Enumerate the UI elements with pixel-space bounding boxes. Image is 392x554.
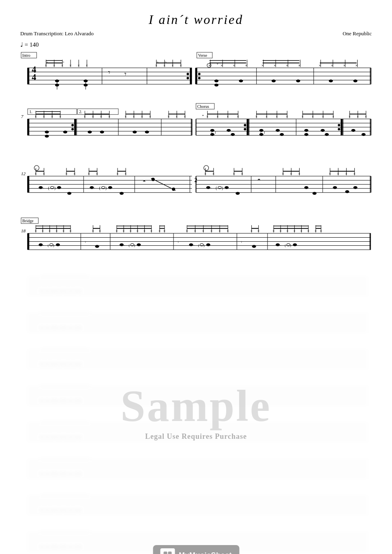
svg-text:): ) <box>203 243 205 247</box>
svg-text:× × × × × × × × × × × × × × ×: × × × × × × × × × × × × × × × <box>41 347 89 351</box>
svg-text:× × × × × × × × × × × × × × ×: × × × × × × × × × × × × × × × <box>41 310 89 315</box>
svg-text:𝄼: 𝄼 <box>143 180 146 182</box>
svg-text:(: ( <box>99 186 101 191</box>
svg-text:.: . <box>124 243 125 246</box>
svg-point-207 <box>276 129 280 132</box>
svg-point-147 <box>100 131 104 133</box>
svg-text:): ) <box>222 186 223 191</box>
svg-text:× × × × × × × × × × × × × × ×: × × × × × × × × × × × × × × × <box>41 274 89 278</box>
svg-point-368 <box>39 243 43 246</box>
svg-text:): ) <box>290 243 291 247</box>
svg-text:>: > <box>165 60 167 64</box>
svg-point-144 <box>63 131 67 133</box>
svg-point-373 <box>56 243 60 246</box>
artist-label: One Republic <box>343 30 372 37</box>
footer: MyMusicSheet <box>153 545 239 554</box>
svg-point-72 <box>214 79 218 82</box>
svg-point-74 <box>214 84 218 86</box>
svg-point-143 <box>45 131 49 133</box>
svg-text:12: 12 <box>21 171 26 176</box>
svg-point-341 <box>353 186 358 189</box>
svg-point-328 <box>313 192 317 195</box>
svg-text:>: > <box>62 60 64 64</box>
svg-point-18 <box>186 77 189 79</box>
stave-row-3: 12 × × . ( ) × <box>20 160 372 213</box>
svg-point-158 <box>133 131 137 133</box>
svg-point-243 <box>34 165 39 170</box>
logo-dot-1 <box>163 552 167 554</box>
svg-rect-108 <box>77 109 118 114</box>
svg-text:● . ● . ● ● . ● ● . ● . ● ●: ● . ● . ● ● . ● ● . ● . ● ● <box>41 362 81 366</box>
svg-text:18: 18 <box>21 228 26 233</box>
transcription-label: Drum Transcription: Leo Alvarado <box>20 30 94 37</box>
svg-point-454 <box>276 243 280 246</box>
stave-svg-1: Intro Verse 4 4 × <box>20 52 372 99</box>
svg-point-73 <box>239 79 243 82</box>
svg-text:● . ● . ● ● . ● ● . ● . ● ●: ● . ● . ● ● . ● ● . ● . ● ● <box>41 508 81 512</box>
subtitle-row: Drum Transcription: Leo Alvarado One Rep… <box>20 30 372 37</box>
page: I ain´t worried Drum Transcription: Leo … <box>0 0 392 554</box>
svg-point-230 <box>338 128 340 130</box>
svg-point-397 <box>120 243 124 246</box>
svg-text:Intro: Intro <box>22 53 30 58</box>
svg-text:× × × × × × × × × × × × × × ×: × × × × × × × × × × × × × × × <box>41 383 89 388</box>
svg-point-145 <box>45 135 49 137</box>
svg-text:>: > <box>156 60 159 64</box>
svg-text:+: + <box>216 62 218 66</box>
svg-point-339 <box>333 186 337 189</box>
svg-text:.: . <box>43 185 44 189</box>
svg-point-17 <box>186 73 189 75</box>
svg-point-159 <box>145 131 149 133</box>
svg-text:7: 7 <box>21 114 24 119</box>
svg-point-146 <box>88 131 92 133</box>
svg-point-256 <box>39 186 43 189</box>
tempo-marking: ♩ = 140 <box>20 41 372 48</box>
svg-point-430 <box>206 243 210 246</box>
svg-text:Verse: Verse <box>198 53 208 58</box>
svg-text:Chorus: Chorus <box>197 104 209 109</box>
svg-point-78 <box>353 79 358 82</box>
svg-text:● . ● . ● ● . ● ● . ● . ● ●: ● . ● . ● ● . ● ● . ● . ● ● <box>41 325 81 330</box>
svg-point-305 <box>206 186 210 189</box>
svg-text:(: ( <box>212 131 213 134</box>
svg-text:(: ( <box>261 131 262 134</box>
stave-row-1: Intro Verse 4 4 × <box>20 52 372 99</box>
svg-point-299 <box>204 165 209 170</box>
svg-text:× × × × × × × × × × × × × × ×: × × × × × × × × × × × × × × × <box>41 529 89 534</box>
svg-point-195 <box>244 124 246 126</box>
svg-point-340 <box>345 190 349 193</box>
stave-svg-2: 7 1. 2. Chorus × × × × <box>20 103 372 156</box>
blurred-content: × × × × × × × × × × × × × × × ● . ● . ● … <box>20 270 372 554</box>
svg-point-196 <box>244 128 246 130</box>
svg-point-402 <box>137 243 141 246</box>
svg-point-425 <box>189 243 193 246</box>
svg-text:2.: 2. <box>79 110 82 114</box>
svg-text:Bridge: Bridge <box>22 219 34 223</box>
svg-text:4: 4 <box>32 72 36 82</box>
svg-point-381 <box>95 245 99 248</box>
svg-point-209 <box>280 133 284 136</box>
svg-text:): ) <box>134 243 135 247</box>
svg-point-261 <box>57 186 61 189</box>
svg-text:(: ( <box>285 243 286 247</box>
svg-text:𝄾: 𝄾 <box>241 241 242 243</box>
svg-point-229 <box>338 124 340 126</box>
svg-text:● . ● . ● ● . ● ● . ● . ● ●: ● . ● . ● ● . ● ● . ● . ● ● <box>41 471 81 476</box>
svg-point-274 <box>90 186 94 189</box>
logo-dot-2 <box>168 552 171 554</box>
logo-grid <box>163 552 171 554</box>
svg-point-133 <box>71 128 74 130</box>
svg-text:𝄾: 𝄾 <box>124 73 126 76</box>
svg-text:● . ● . ● ● . ● ● . ● . ● ●: ● . ● . ● ● . ● ● . ● . ● ● <box>41 544 81 549</box>
svg-point-459 <box>293 243 297 246</box>
svg-text:.: . <box>94 185 95 189</box>
svg-point-222 <box>304 129 308 132</box>
svg-text:1.: 1. <box>29 110 32 114</box>
svg-point-132 <box>71 124 74 126</box>
svg-text:): ) <box>215 131 216 134</box>
svg-point-50 <box>198 77 201 79</box>
svg-point-29 <box>55 79 59 82</box>
stave-svg-3: 12 × × . ( ) × <box>20 160 372 213</box>
svg-text:*: * <box>202 114 204 118</box>
svg-point-291 <box>172 188 175 191</box>
